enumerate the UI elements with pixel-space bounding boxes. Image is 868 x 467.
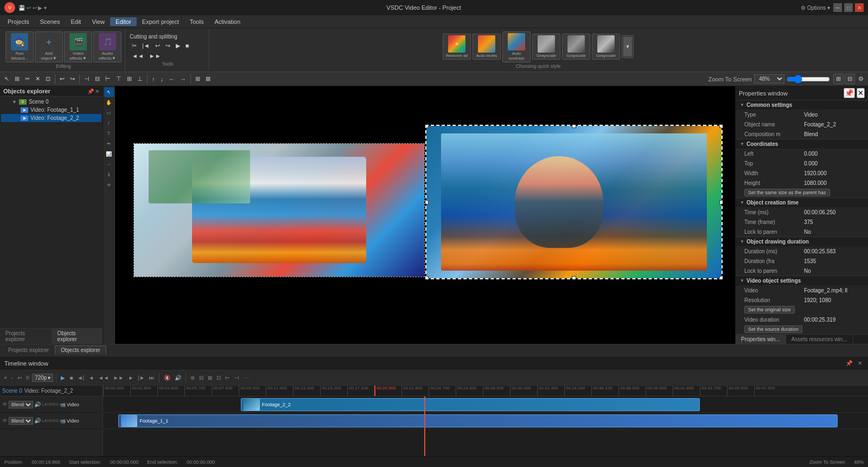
tab-objects-explorer-bottom[interactable]: Objects explorer: [55, 346, 106, 355]
tl-mute-btn[interactable]: 🔇: [162, 374, 172, 381]
cut-btn[interactable]: |◄: [140, 41, 152, 50]
cut-tool-btn[interactable]: ✂: [23, 74, 32, 84]
tl-more-btn[interactable]: ⋯: [242, 374, 251, 381]
handle-tm[interactable]: [572, 125, 576, 128]
move-tool-btn[interactable]: ✛: [104, 180, 114, 190]
tl-close-btn[interactable]: ✕: [856, 360, 864, 367]
track-audio-2[interactable]: 🔊: [34, 418, 41, 424]
tl-step-back-btn[interactable]: ◄◄: [97, 374, 111, 381]
handle-bl[interactable]: [425, 276, 429, 279]
tl-stop-btn[interactable]: ■: [68, 374, 74, 381]
align-middle-btn[interactable]: ⊞: [125, 74, 134, 84]
menu-editor[interactable]: Editor: [110, 17, 137, 26]
tab-objects-explorer[interactable]: Objects explorer: [52, 329, 103, 344]
tl-align-btn[interactable]: ⊣: [233, 374, 241, 381]
move-up-btn[interactable]: ↑: [150, 75, 157, 84]
grid-btn[interactable]: ⊞: [193, 74, 202, 84]
next-btn[interactable]: ►►: [147, 52, 163, 60]
track-layers-2[interactable]: LAYERS: [42, 418, 59, 423]
grayscale-btn-3[interactable]: Grayscale: [592, 34, 620, 60]
menu-edit[interactable]: Edit: [65, 17, 86, 26]
tl-split-btn[interactable]: ⊟: [197, 374, 205, 381]
align-top-btn[interactable]: ⊤: [114, 74, 124, 84]
tl-marker-btn[interactable]: ⊛: [189, 374, 196, 381]
grayscale-btn-1[interactable]: Grayscale: [532, 34, 560, 60]
tl-undo-btn[interactable]: ↩: [16, 374, 23, 381]
shape-tool-btn[interactable]: ▭: [104, 108, 114, 118]
clip-footage1[interactable]: Footage_1_1: [118, 414, 837, 427]
undo-btn[interactable]: ↩: [153, 41, 162, 50]
blend-mode-1[interactable]: Blend: [9, 401, 33, 408]
more-styles-btn[interactable]: ▼: [622, 35, 634, 58]
move-left-btn[interactable]: ←: [167, 75, 177, 84]
menu-projects[interactable]: Projects: [2, 17, 35, 26]
video-effects-btn[interactable]: 🎬 Videoeffects▼: [64, 31, 92, 62]
move-down-btn[interactable]: ↓: [158, 75, 166, 84]
menu-view[interactable]: View: [86, 17, 110, 26]
handle-tr[interactable]: [719, 125, 723, 128]
tab-properties-window[interactable]: Properties win...: [736, 335, 786, 344]
tl-last-btn[interactable]: ⏭: [148, 374, 156, 381]
clip-footage2[interactable]: Footage_2_2: [241, 398, 700, 411]
add-object-btn[interactable]: ＋ Addobject▼: [35, 31, 63, 62]
menu-tools[interactable]: Tools: [184, 17, 209, 26]
align-bottom-btn[interactable]: ⊥: [135, 74, 145, 84]
tl-next-btn[interactable]: ►: [126, 374, 135, 381]
playhead[interactable]: [424, 396, 425, 456]
audio-effects-btn[interactable]: 🎵 Audioeffects▼: [93, 31, 122, 62]
redo2-btn[interactable]: ↪: [68, 74, 77, 84]
zoom-slider[interactable]: [787, 75, 830, 84]
preview-area[interactable]: [115, 86, 735, 344]
tl-next-frame-btn[interactable]: |►: [136, 374, 146, 381]
original-size-btn[interactable]: Set the original size: [744, 306, 795, 314]
tl-play-btn[interactable]: ▶: [59, 374, 67, 381]
view-btn3[interactable]: ⚙: [856, 74, 866, 84]
undo2-btn[interactable]: ↩: [58, 74, 67, 84]
auto-contrast-btn[interactable]: Auto contrast: [502, 31, 531, 62]
same-size-btn[interactable]: Set the same size as the parent has: [744, 189, 830, 196]
scissors-btn[interactable]: ✂: [130, 41, 139, 50]
obj-item-footage2[interactable]: ▶ Video: Footage_2_2: [1, 114, 101, 122]
tl-pin-btn[interactable]: 📌: [844, 360, 854, 367]
track-audio-1[interactable]: 🔊: [34, 401, 41, 407]
stop-btn[interactable]: ■: [183, 41, 192, 50]
delete-btn[interactable]: ✕: [33, 74, 42, 84]
tl-join-btn[interactable]: ⊠: [206, 374, 214, 381]
tl-add-btn[interactable]: +: [2, 374, 9, 381]
obj-item-scene0[interactable]: ▼ S Scene 0: [1, 98, 101, 106]
snap-btn[interactable]: ⊠: [203, 74, 213, 84]
menu-activation[interactable]: Activation: [209, 17, 246, 26]
tl-delete-btn[interactable]: ⊡: [215, 374, 222, 381]
redo-btn[interactable]: ↪: [163, 41, 173, 50]
select-all-btn[interactable]: ⊡: [43, 74, 53, 84]
tl-remove-btn[interactable]: -: [10, 374, 15, 381]
menu-scenes[interactable]: Scenes: [35, 17, 66, 26]
run-wizard-btn[interactable]: 🧙 RunWizard...: [5, 31, 34, 62]
info-btn[interactable]: ℹ: [104, 170, 114, 180]
video-frame-2[interactable]: [425, 125, 723, 279]
track-vis-2[interactable]: 👁: [2, 418, 8, 424]
view-btn2[interactable]: ⊟: [845, 74, 855, 84]
auto-levels-btn[interactable]: Auto levels: [473, 34, 501, 60]
handle-mr[interactable]: [719, 200, 723, 204]
chart-tool-btn[interactable]: 📊: [104, 149, 114, 159]
crop-tool-btn[interactable]: ⊞: [12, 74, 22, 84]
line-tool-btn[interactable]: /: [104, 118, 114, 128]
track-vis-1[interactable]: 👁: [2, 401, 8, 407]
close-btn[interactable]: ✕: [855, 3, 864, 12]
creation-time-header[interactable]: ▼ Object creation time: [736, 198, 868, 207]
menu-export[interactable]: Export project: [137, 17, 184, 26]
arrow-tool-btn2[interactable]: →: [104, 159, 114, 169]
tl-vol-btn[interactable]: 🔊: [173, 374, 183, 381]
arrow-tool-btn[interactable]: ↖: [2, 74, 11, 84]
view-btn1[interactable]: ⊞: [833, 74, 844, 84]
source-duration-btn[interactable]: Set the source duration: [744, 325, 802, 333]
pin-btn[interactable]: 📌: [87, 88, 94, 94]
tl-prev-btn[interactable]: ◄: [87, 374, 95, 381]
move-right-btn[interactable]: →: [178, 75, 188, 84]
align-center-btn[interactable]: ⊟: [93, 74, 102, 84]
close-panel-btn[interactable]: ✕: [95, 88, 99, 94]
video-frame-1[interactable]: [133, 143, 425, 277]
remove-all-btn[interactable]: ✕ Remove all: [443, 34, 471, 60]
blend-mode-2[interactable]: Blend: [9, 417, 33, 425]
